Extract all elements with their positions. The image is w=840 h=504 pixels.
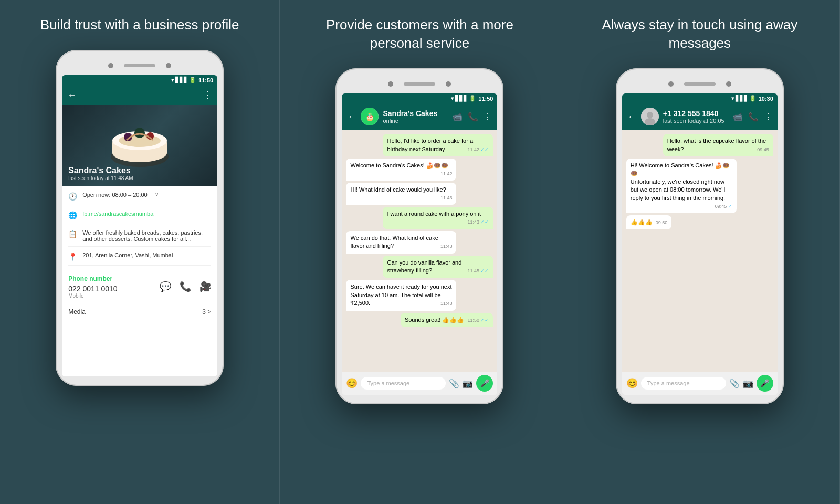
battery-icon-2: 🔋 [469, 95, 476, 102]
status-bar-1: ▾ ▋▋▋ 🔋 11:50 [62, 75, 217, 85]
time-3: 10:30 [759, 96, 773, 102]
chat-message: Hello, I'd like to order a cake for a bi… [383, 134, 493, 156]
phone-camera-2 [166, 63, 171, 68]
attach-icon-3[interactable]: 📎 [729, 379, 740, 388]
more-icon-3[interactable]: ⋮ [764, 112, 772, 122]
location-icon: 📍 [68, 253, 77, 261]
panel-3-title: Always stay in touch using away messages [600, 16, 800, 52]
profile-header-bar: ← ⋮ [62, 85, 217, 105]
input-placeholder-2: Type a message [367, 380, 439, 386]
svg-text:🎂: 🎂 [365, 112, 375, 121]
header-icons-2: 📹 📞 ⋮ [452, 112, 492, 122]
media-row: Media 3 > [68, 308, 211, 316]
emoji-btn-3[interactable]: 😊 [626, 377, 638, 389]
phone-camera-3 [388, 81, 393, 87]
battery-icon: 🔋 [189, 77, 196, 83]
header-icons-3: 📹 📞 ⋮ [732, 112, 772, 122]
profile-hours-row: 🕐 Open now: 08:00 – 20:00 ∨ [68, 192, 211, 205]
back-arrow-1[interactable]: ← [67, 90, 77, 101]
back-arrow-3[interactable]: ← [627, 111, 637, 122]
wifi-icon-3: ▾ [731, 95, 734, 102]
signal-icon-3: ▋▋▋ [736, 95, 748, 102]
signal-icon: ▋▋▋ [175, 77, 188, 83]
call-icon[interactable]: 📞 [180, 281, 191, 292]
business-address: 201, Areniia Corner, Vashi, Mumbai [82, 252, 173, 258]
video-call-icon-3[interactable]: 📹 [732, 112, 743, 122]
more-icon-2[interactable]: ⋮ [484, 112, 492, 122]
chat-input-2: 😊 Type a message 📎 📷 🎤 [342, 372, 497, 395]
contact-info-3: +1 312 555 1840 last seen today at 20:05 [663, 109, 728, 124]
phone-camera-5 [668, 81, 674, 87]
business-description: We offer freshly baked breads, cakes, pa… [82, 229, 211, 242]
contact-info-2: Sandra's Cakes online [383, 109, 448, 124]
chat-message: I want a round cake with a pony on it11:… [383, 207, 493, 229]
camera-icon-3[interactable]: 📷 [743, 379, 753, 388]
menu-icon-1[interactable]: ⋮ [203, 89, 212, 101]
chat-message: Sure. We can have it ready for you next … [346, 280, 456, 310]
avatar-3 [641, 108, 659, 125]
phone-top-3 [622, 78, 778, 90]
chat-message: Hi! What kind of cake would you like?11:… [346, 183, 456, 205]
media-count[interactable]: 3 > [202, 308, 211, 316]
phone-speaker-3 [684, 82, 716, 86]
phone-action-icons: 💬 📞 🎥 [160, 281, 211, 292]
panel-3: Always stay in touch using away messages… [560, 0, 840, 504]
message-icon[interactable]: 💬 [160, 281, 171, 292]
chat-area-2: Hello, I'd like to order a cake for a bi… [342, 130, 497, 372]
video-call-icon-2[interactable]: 📹 [452, 112, 463, 122]
business-name: Sandra's Cakes [68, 166, 133, 175]
chat-message: 👍👍👍09:50 [626, 215, 672, 229]
status-icons-1: ▾ ▋▋▋ 🔋 [171, 77, 196, 83]
message-input-3[interactable]: Type a message [641, 377, 726, 390]
emoji-btn-2[interactable]: 😊 [346, 377, 358, 389]
phone-call-icon-3[interactable]: 📞 [748, 112, 759, 122]
status-bar-2: ▾ ▋▋▋ 🔋 11:50 [342, 93, 497, 103]
profile-name-overlay: Sandra's Cakes last seen today at 11:48 … [68, 166, 133, 181]
globe-icon: 🌐 [68, 211, 77, 219]
phone-speaker-1 [124, 64, 155, 67]
back-arrow-2[interactable]: ← [347, 111, 356, 122]
phone-section: Phone number 022 0011 0010 Mobile 💬 📞 🎥 [68, 271, 211, 303]
contact-status-2: online [383, 118, 448, 124]
profile-details: 🕐 Open now: 08:00 – 20:00 ∨ 🌐 fb.me/sand… [62, 186, 217, 376]
phone-screen-3: ▾ ▋▋▋ 🔋 10:30 ← +1 312 555 1840 [622, 93, 778, 395]
profile-image-area: Sandra's Cakes last seen today at 11:48 … [62, 105, 217, 186]
phone-camera-6 [726, 81, 731, 87]
business-hours: Open now: 08:00 – 20:00 [82, 192, 148, 198]
wa-header-2: ← 🎂 Sandra's Cakes online 📹 📞 ⋮ [342, 103, 497, 130]
wa-header-3: ← +1 312 555 1840 last seen today at 20:… [622, 103, 778, 130]
profile-website-row: 🌐 fb.me/sandrascakesmumbai [68, 211, 211, 224]
chat-area-3: Hello, what is the cupcake flavor of the… [622, 130, 778, 372]
svg-point-11 [647, 112, 653, 118]
mic-button-2[interactable]: 🎤 [476, 375, 493, 392]
video-icon[interactable]: 🎥 [200, 281, 211, 292]
time-1: 11:50 [198, 77, 213, 83]
phone-camera-1 [108, 63, 113, 68]
phone-1: ▾ ▋▋▋ 🔋 11:50 ← ⋮ [56, 50, 224, 386]
chat-message: We can do that. What kind of cake flavor… [346, 231, 456, 254]
phone-3: ▾ ▋▋▋ 🔋 10:30 ← +1 312 555 1840 [616, 68, 784, 404]
wifi-icon-2: ▾ [451, 95, 454, 102]
phone-call-icon-2[interactable]: 📞 [468, 112, 478, 122]
phone-camera-4 [446, 81, 451, 87]
wifi-icon: ▾ [171, 77, 174, 83]
attach-icon-2[interactable]: 📎 [449, 379, 459, 388]
status-icons-2: ▾ ▋▋▋ 🔋 [451, 95, 476, 102]
avatar-2: 🎂 [361, 108, 379, 125]
profile-address-row: 📍 201, Areniia Corner, Vashi, Mumbai [68, 252, 211, 266]
avatar-svg-2: 🎂 [361, 108, 379, 125]
phone-screen-2: ▾ ▋▋▋ 🔋 11:50 ← 🎂 Sandra's Cakes online [342, 93, 497, 395]
chat-message: Welcome to Sandra's Cakes! 🍰🍩🍩11:42 [346, 159, 456, 181]
contact-name-2: Sandra's Cakes [383, 109, 448, 118]
phone-top-2 [342, 78, 497, 90]
camera-icon-2[interactable]: 📷 [463, 379, 473, 388]
chat-message: Hi! Welcome to Sandra's Cakes! 🍰🍩🍩Unfort… [626, 159, 737, 213]
phone-screen-1: ▾ ▋▋▋ 🔋 11:50 ← ⋮ [62, 75, 217, 376]
mic-button-3[interactable]: 🎤 [757, 375, 773, 392]
business-website[interactable]: fb.me/sandrascakesmumbai [82, 211, 155, 217]
panel-2-title: Provide customers with a more personal s… [320, 16, 519, 52]
message-input-2[interactable]: Type a message [361, 377, 446, 390]
input-placeholder-3: Type a message [647, 380, 720, 386]
media-label: Media [68, 308, 86, 316]
avatar-svg-3 [641, 108, 659, 125]
